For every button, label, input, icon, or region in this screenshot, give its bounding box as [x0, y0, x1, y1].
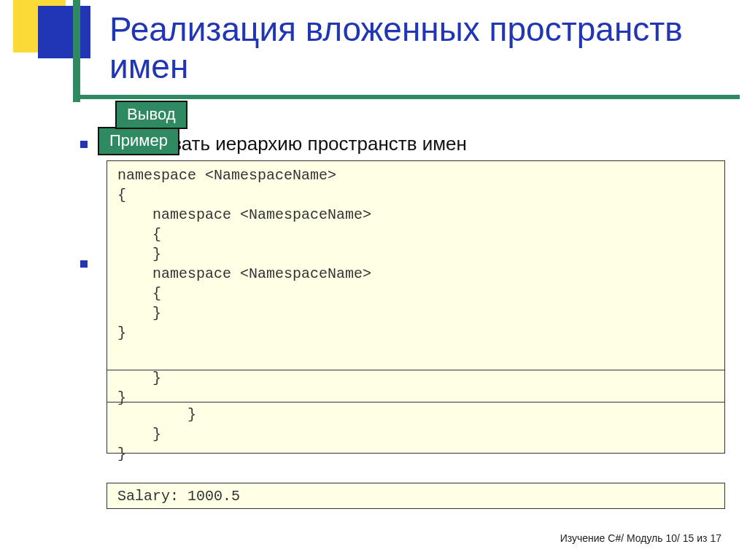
bullet-2 [80, 251, 98, 268]
slide-body: ет создавать иерархию пространств имен я… [80, 131, 722, 177]
output-block: Salary: 1000.5 [107, 483, 725, 509]
decoration-blue-square [38, 6, 90, 58]
example-label: Пример [98, 127, 179, 155]
bullet-icon [80, 141, 88, 148]
code-block-tail: } } } [107, 400, 725, 454]
slide-title: Реализация вложенных пространств имен [109, 11, 722, 85]
output-label: Вывод [115, 101, 187, 129]
decoration-green-L [73, 0, 80, 102]
code-block-main: namespace <NamespaceName> { namespace <N… [107, 160, 725, 370]
bullet-icon [80, 260, 88, 268]
slide-footer: Изучение C#/ Модуль 10/ 15 из 17 [560, 532, 721, 544]
